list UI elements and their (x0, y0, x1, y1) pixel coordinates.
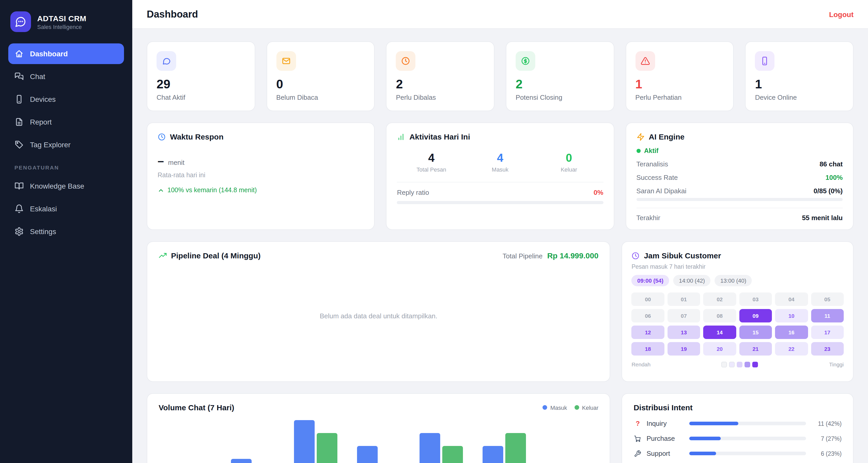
busy-hour-cell: 21 (739, 342, 772, 356)
bar-chart-icon (397, 132, 405, 141)
card-title: Jam Sibuk Customer (644, 251, 721, 260)
busy-hour-chip[interactable]: 14:00 (42) (673, 275, 710, 286)
file-text-icon (14, 117, 24, 127)
logout-button[interactable]: Logout (829, 10, 854, 18)
activity-label: Masuk (466, 166, 534, 173)
sidebar-item-tag-explorer[interactable]: Tag Explorer (8, 134, 124, 155)
sidebar-item-dashboard[interactable]: Dashboard (8, 43, 124, 64)
busy-hour-cell: 18 (632, 342, 664, 356)
intent-label: Inquiry (647, 420, 685, 427)
card-title: Pipeline Deal (4 Minggu) (171, 251, 261, 260)
sidebar-item-devices[interactable]: Devices (8, 89, 124, 110)
intent-label: Purchase (647, 435, 685, 442)
sidebar-nav: Dashboard Chat Devices Report (8, 43, 124, 244)
volume-chat-card: Volume Chat (7 Hari) Masuk Keluar (147, 393, 611, 463)
busy-hour-cell: 02 (703, 292, 736, 306)
sidebar-item-label: Dashboard (30, 50, 68, 58)
zap-icon (636, 132, 645, 141)
clock-icon (396, 51, 416, 71)
busy-hour-cell: 23 (811, 342, 844, 356)
response-time-trend: 100% vs kemarin (144.8 menit) (167, 187, 257, 194)
busy-hour-cell: 05 (811, 292, 844, 306)
sidebar-item-label: Devices (30, 95, 56, 103)
smartphone-icon (755, 51, 775, 71)
heat-legend-swatch (752, 362, 758, 367)
stat-label: Perlu Perhatian (635, 94, 724, 101)
response-time-value: – (158, 155, 164, 168)
reply-ratio-value: 0% (594, 189, 603, 196)
busy-hour-chip[interactable]: 13:00 (40) (715, 275, 752, 286)
bar-group (284, 420, 347, 463)
clock-icon (632, 251, 640, 260)
app-name: ADTASI CRM (37, 14, 86, 23)
busy-hour-cell: 17 (811, 326, 844, 339)
stat-label: Device Online (755, 94, 844, 101)
card-title: Aktivitas Hari Ini (409, 132, 470, 141)
card-title: AI Engine (649, 132, 684, 141)
sidebar-item-label: Report (30, 118, 52, 126)
bar-group (221, 420, 284, 463)
pipeline-total-label: Total Pipeline (503, 252, 543, 260)
ai-engine-card: AI Engine Aktif Teranalisis 86 chat Succ… (625, 122, 854, 230)
ai-row-value: 86 chat (819, 160, 843, 168)
page-title: Dashboard (147, 8, 198, 20)
bar-masuk (483, 446, 503, 463)
row-charts: Volume Chat (7 Hari) Masuk Keluar (147, 393, 854, 463)
intent-value: 11 (42%) (811, 420, 842, 427)
intent-bar (689, 437, 806, 440)
legend-item-masuk: Masuk (542, 404, 567, 410)
bar-masuk (420, 433, 440, 463)
trending-up-icon (159, 251, 167, 260)
activity-label: Keluar (534, 166, 603, 173)
volume-legend: Masuk Keluar (542, 404, 598, 410)
sidebar-item-eskalasi[interactable]: Eskalasi (8, 198, 124, 219)
busy-hour-cell: 01 (668, 292, 700, 306)
bar-group (159, 420, 221, 463)
card-title: Volume Chat (7 Hari) (159, 403, 234, 412)
busy-hour-chip[interactable]: 09:00 (54) (632, 275, 669, 286)
stat-value: 2 (396, 77, 485, 91)
ai-row-label: Success Rate (636, 174, 678, 181)
bar-group (536, 420, 598, 463)
stat-label: Potensi Closing (516, 94, 604, 101)
intent-bar-fill (689, 437, 721, 440)
stat-label: Perlu Dibalas (396, 94, 485, 101)
bar-group (347, 420, 410, 463)
busy-hours-subtitle: Pesan masuk 7 hari terakhir (632, 264, 844, 270)
gear-icon (14, 227, 24, 236)
reply-ratio-progress (397, 201, 603, 204)
sidebar-item-chat[interactable]: Chat (8, 66, 124, 87)
app-logo (10, 11, 31, 32)
ai-row-value: 100% (826, 174, 843, 181)
intent-bar-fill (689, 452, 716, 455)
busy-hour-cell: 20 (703, 342, 736, 356)
reply-ratio-label: Reply ratio (397, 189, 429, 196)
sidebar-item-report[interactable]: Report (8, 112, 124, 132)
volume-chart-plot (159, 420, 598, 463)
divider (397, 182, 603, 182)
heat-legend-swatch (729, 362, 735, 367)
ai-progress (636, 198, 843, 201)
intent-value: 7 (27%) (811, 435, 842, 441)
bar-group (473, 420, 535, 463)
busy-hour-cell: 12 (632, 326, 664, 339)
legend-item-keluar: Keluar (574, 404, 598, 410)
sidebar-item-settings[interactable]: Settings (8, 221, 124, 242)
row-pipeline: Pipeline Deal (4 Minggu) Total Pipeline … (147, 241, 854, 382)
sidebar-item-knowledge-base[interactable]: Knowledge Base (8, 176, 124, 196)
message-icon (15, 16, 26, 27)
sidebar-item-label: Chat (30, 72, 45, 81)
bar-masuk (357, 446, 377, 463)
intent-bar (689, 452, 806, 455)
cart-icon (634, 435, 642, 442)
activity-stat: 0 Keluar (534, 151, 603, 173)
busy-hours-card: Jam Sibuk Customer Pesan masuk 7 hari te… (622, 241, 854, 382)
busy-hour-cell: 11 (811, 309, 844, 322)
topbar: Dashboard Logout (132, 0, 868, 29)
busy-hour-cell: 10 (775, 309, 808, 322)
wrench-icon (634, 450, 642, 457)
stat-card-device-online: 1 Device Online (745, 41, 854, 111)
activity-stat: 4 Total Pesan (397, 151, 466, 173)
clock-icon (158, 132, 166, 141)
response-time-subtitle: Rata-rata hari ini (158, 172, 364, 179)
